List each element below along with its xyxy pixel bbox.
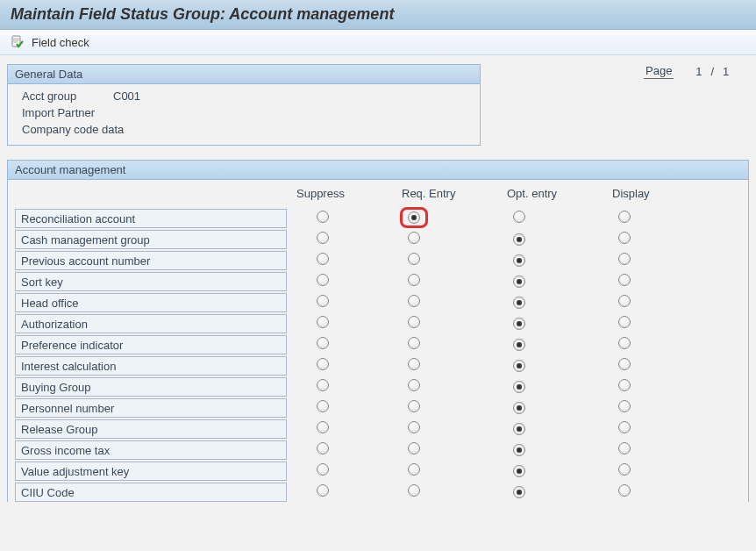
general-data-label: Acct group bbox=[22, 89, 101, 103]
radio-cell bbox=[287, 421, 392, 436]
radio-option[interactable] bbox=[513, 276, 525, 288]
section-header: Account management bbox=[8, 161, 748, 180]
radio-option[interactable] bbox=[513, 211, 525, 223]
radio-option[interactable] bbox=[408, 463, 420, 476]
radio-option[interactable] bbox=[618, 253, 631, 265]
radio-cell bbox=[392, 484, 497, 499]
radio-cell bbox=[287, 211, 392, 225]
radio-option[interactable] bbox=[618, 442, 631, 454]
radio-cell bbox=[603, 484, 708, 499]
radio-option[interactable] bbox=[408, 442, 420, 454]
radio-option[interactable] bbox=[408, 316, 420, 328]
field-label: Release Group bbox=[15, 419, 287, 439]
field-check-button[interactable]: Field check bbox=[32, 36, 89, 49]
radio-cell bbox=[287, 232, 392, 247]
radio-cell bbox=[497, 253, 603, 267]
field-label: Head office bbox=[15, 293, 287, 312]
radio-cell bbox=[392, 253, 497, 268]
radio-option[interactable] bbox=[317, 463, 329, 476]
radio-option[interactable] bbox=[408, 211, 420, 224]
radio-option[interactable] bbox=[408, 253, 420, 265]
radio-option[interactable] bbox=[513, 339, 525, 351]
radio-cell bbox=[392, 463, 497, 478]
radio-option[interactable] bbox=[317, 295, 329, 307]
radio-option[interactable] bbox=[618, 274, 631, 286]
radio-option[interactable] bbox=[513, 444, 525, 456]
radio-option[interactable] bbox=[513, 381, 525, 393]
field-check-icon[interactable] bbox=[11, 35, 25, 49]
radio-cell bbox=[287, 316, 392, 331]
account-management-section: Account management SuppressReq. EntryOpt… bbox=[7, 160, 749, 502]
radio-option[interactable] bbox=[317, 379, 329, 391]
radio-option[interactable] bbox=[317, 484, 329, 497]
radio-option[interactable] bbox=[618, 211, 631, 223]
radio-option[interactable] bbox=[618, 316, 631, 328]
toolbar: Field check bbox=[0, 30, 756, 55]
page-current: 1 bbox=[679, 65, 705, 78]
radio-option[interactable] bbox=[513, 486, 525, 498]
radio-option[interactable] bbox=[317, 232, 329, 244]
page-total: 1 bbox=[719, 65, 737, 78]
radio-option[interactable] bbox=[513, 318, 525, 330]
radio-option[interactable] bbox=[513, 402, 525, 414]
radio-option[interactable] bbox=[317, 253, 329, 265]
radio-option[interactable] bbox=[317, 337, 329, 349]
radio-option[interactable] bbox=[618, 421, 631, 433]
radio-option[interactable] bbox=[408, 274, 420, 286]
radio-option[interactable] bbox=[513, 297, 525, 309]
radio-option[interactable] bbox=[408, 232, 420, 244]
radio-cell bbox=[392, 274, 497, 289]
radio-option[interactable] bbox=[408, 295, 420, 307]
table-row: Previous account number bbox=[8, 249, 748, 270]
radio-option[interactable] bbox=[513, 360, 525, 372]
radio-option[interactable] bbox=[317, 421, 329, 433]
radio-cell bbox=[603, 274, 708, 289]
title-bar: Maintain Field Status Group: Account man… bbox=[0, 0, 756, 30]
radio-option[interactable] bbox=[618, 358, 631, 370]
radio-option[interactable] bbox=[408, 421, 420, 433]
radio-option[interactable] bbox=[408, 358, 420, 370]
table-row: Interest calculation bbox=[8, 354, 748, 376]
radio-option[interactable] bbox=[317, 211, 329, 223]
grid-header-row: SuppressReq. EntryOpt. entryDisplay bbox=[8, 180, 748, 207]
table-row: Cash management group bbox=[8, 228, 748, 249]
radio-cell bbox=[287, 253, 392, 268]
radio-option[interactable] bbox=[513, 254, 525, 267]
general-data-row: Import Partner bbox=[8, 104, 480, 121]
radio-cell bbox=[603, 337, 708, 352]
radio-cell bbox=[603, 232, 708, 247]
radio-option[interactable] bbox=[513, 465, 525, 477]
radio-option[interactable] bbox=[618, 295, 631, 307]
radio-option[interactable] bbox=[408, 400, 420, 412]
radio-option[interactable] bbox=[317, 316, 329, 328]
radio-option[interactable] bbox=[317, 400, 329, 412]
page-label: Page bbox=[644, 64, 674, 79]
radio-option[interactable] bbox=[618, 232, 631, 244]
radio-option[interactable] bbox=[317, 274, 329, 286]
radio-cell bbox=[287, 379, 392, 394]
radio-option[interactable] bbox=[408, 337, 420, 349]
radio-option[interactable] bbox=[618, 463, 631, 476]
radio-option[interactable] bbox=[618, 400, 631, 412]
radio-cell bbox=[497, 316, 603, 330]
table-row: Authorization bbox=[8, 312, 748, 333]
radio-option[interactable] bbox=[408, 484, 420, 497]
radio-option[interactable] bbox=[513, 233, 525, 246]
general-data-header: General Data bbox=[8, 65, 480, 84]
radio-option[interactable] bbox=[618, 484, 631, 497]
general-data-body: Acct groupC001Import PartnerCompany code… bbox=[8, 84, 480, 145]
radio-option[interactable] bbox=[618, 379, 631, 391]
radio-cell bbox=[392, 337, 497, 352]
radio-option[interactable] bbox=[317, 442, 329, 454]
radio-option[interactable] bbox=[408, 379, 420, 391]
general-data-panel: General Data Acct groupC001Import Partne… bbox=[7, 64, 481, 146]
content-area: General Data Acct groupC001Import Partne… bbox=[0, 55, 756, 511]
radio-cell bbox=[287, 337, 392, 352]
radio-cell bbox=[287, 442, 392, 457]
radio-cell bbox=[497, 358, 603, 372]
table-row: Personnel number bbox=[8, 397, 748, 418]
radio-option[interactable] bbox=[513, 423, 525, 435]
radio-option[interactable] bbox=[317, 358, 329, 370]
field-label: Previous account number bbox=[15, 251, 287, 270]
radio-option[interactable] bbox=[618, 337, 631, 349]
